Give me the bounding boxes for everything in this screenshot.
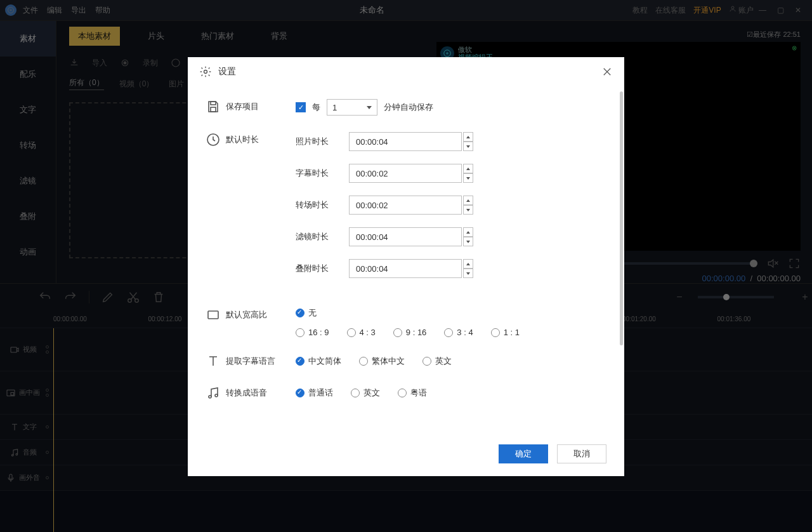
duration-input-filter[interactable]: 00:00:04 xyxy=(349,227,462,246)
sublang-radio-0[interactable]: 中文简体 xyxy=(296,356,341,367)
duration-input-photo[interactable]: 00:00:04 xyxy=(349,132,462,151)
duration-label-overlay: 叠附时长 xyxy=(296,263,349,274)
svg-rect-22 xyxy=(211,107,216,112)
aspect-radio-1[interactable]: 16 : 9 xyxy=(296,328,329,337)
duration-up-subtitle[interactable] xyxy=(463,164,473,173)
svg-point-18 xyxy=(204,70,207,74)
duration-input-overlay[interactable]: 00:00:04 xyxy=(349,259,462,278)
duration-label-photo: 照片时长 xyxy=(296,136,349,147)
aspect-radio-2[interactable]: 4 : 3 xyxy=(347,328,376,337)
modal-title: 设置 xyxy=(218,66,601,77)
duration-input-subtitle[interactable]: 00:00:02 xyxy=(349,164,462,183)
aspect-radio-0[interactable]: 无 xyxy=(296,307,317,319)
section-duration-label: 默认时长 xyxy=(226,132,296,145)
tts-radio-0[interactable]: 普通话 xyxy=(296,387,333,399)
duration-up-photo[interactable] xyxy=(463,132,473,142)
autosave-interval-select[interactable]: 1 xyxy=(327,99,377,116)
modal-scrollbar[interactable] xyxy=(620,91,623,345)
clock-icon xyxy=(206,132,221,147)
duration-label-subtitle: 字幕时长 xyxy=(296,168,349,179)
duration-label-filter: 滤镜时长 xyxy=(296,231,349,243)
settings-modal: 设置 保存项目 ✓ 每 1 分钟自动保存 默认时长 照片时长 00:00:04 xyxy=(188,57,624,476)
aspect-radio-4[interactable]: 3 : 4 xyxy=(444,328,473,337)
svg-point-26 xyxy=(215,394,218,397)
gear-icon xyxy=(199,65,212,78)
section-save-label: 保存项目 xyxy=(226,99,296,116)
aspect-radio-3[interactable]: 9 : 16 xyxy=(393,328,427,337)
duration-up-overlay[interactable] xyxy=(463,259,473,269)
duration-down-photo[interactable] xyxy=(463,142,473,151)
sublang-radio-2[interactable]: 英文 xyxy=(422,356,452,367)
duration-up-transition[interactable] xyxy=(463,196,473,205)
duration-input-transition[interactable]: 00:00:02 xyxy=(349,196,462,215)
tts-radio-1[interactable]: 英文 xyxy=(351,387,380,399)
section-aspect-label: 默认宽高比 xyxy=(226,307,296,321)
cancel-button[interactable]: 取消 xyxy=(557,444,606,463)
section-tts-label: 转换成语音 xyxy=(226,385,296,401)
duration-down-overlay[interactable] xyxy=(463,269,473,278)
ok-button[interactable]: 确定 xyxy=(499,444,548,463)
section-sublang-label: 提取字幕语言 xyxy=(226,354,296,369)
svg-rect-24 xyxy=(208,311,218,319)
svg-rect-21 xyxy=(211,102,216,105)
autosave-suffix-label: 分钟自动保存 xyxy=(384,102,433,113)
duration-up-filter[interactable] xyxy=(463,227,473,237)
text-icon xyxy=(206,354,221,369)
tts-radio-2[interactable]: 粤语 xyxy=(398,387,427,399)
duration-label-transition: 转场时长 xyxy=(296,199,349,211)
save-icon xyxy=(206,99,221,114)
svg-point-25 xyxy=(209,396,211,398)
autosave-every-label: 每 xyxy=(312,102,320,113)
music-icon xyxy=(206,385,221,401)
sublang-radio-1[interactable]: 繁体中文 xyxy=(359,356,405,367)
autosave-checkbox[interactable]: ✓ xyxy=(296,102,306,112)
duration-down-transition[interactable] xyxy=(463,205,473,215)
aspect-icon xyxy=(206,307,221,323)
duration-down-filter[interactable] xyxy=(463,237,473,246)
aspect-radio-5[interactable]: 1 : 1 xyxy=(491,328,520,337)
modal-close-button[interactable] xyxy=(601,66,613,77)
duration-down-subtitle[interactable] xyxy=(463,173,473,183)
